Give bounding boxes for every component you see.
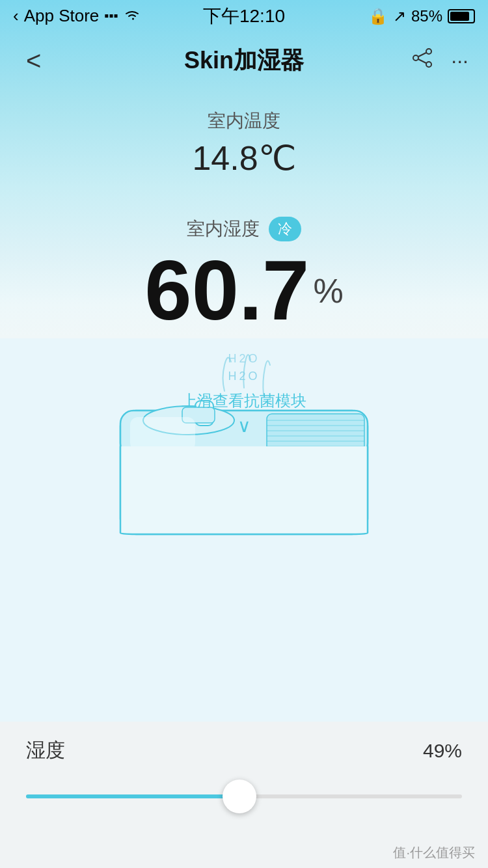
cold-badge: 冷 [269, 217, 301, 241]
battery-icon [448, 9, 475, 23]
nav-bar: < Skin加湿器 ··· [0, 32, 488, 89]
lock-icon: 🔒 [368, 7, 388, 25]
main-content: 室内温度 14.8℃ 室内湿度 冷 60.7 % H2O H2O [0, 89, 488, 573]
slider-fill [26, 794, 239, 798]
svg-point-0 [426, 49, 431, 54]
svg-rect-20 [120, 524, 368, 534]
temperature-section: 室内温度 14.8℃ [0, 96, 488, 184]
location-icon: ↗ [393, 7, 406, 25]
slider-label-row: 湿度 49% [26, 737, 462, 764]
watermark: 值·什么值得买 [393, 844, 475, 861]
swipe-hint: 上滑查看抗菌模块 ∨ [182, 390, 306, 437]
signal-icon: ▪▪▪ [104, 8, 118, 23]
swipe-hint-arrow: ∨ [182, 415, 306, 437]
slider-value: 49% [423, 740, 462, 762]
status-bar: ‹ App Store ▪▪▪ 下午12:10 🔒 ↗ 85% [0, 0, 488, 32]
temperature-value: 14.8℃ [0, 139, 488, 178]
battery-percent: 85% [411, 7, 442, 25]
slider-label: 湿度 [26, 737, 65, 764]
carrier-label: App Store [24, 6, 100, 26]
temperature-label: 室内温度 [0, 109, 488, 133]
svg-point-2 [426, 62, 431, 67]
svg-rect-19 [120, 446, 368, 534]
slider-thumb[interactable] [223, 780, 256, 813]
back-button[interactable]: < [20, 40, 47, 82]
share-icon[interactable] [412, 47, 433, 74]
humidity-unit: % [313, 274, 343, 308]
humidifier-svg: Skin [81, 352, 407, 573]
steam-text-1: H2O [228, 352, 260, 366]
swipe-hint-text: 上滑查看抗菌模块 [182, 390, 306, 411]
status-time: 下午12:10 [203, 4, 285, 29]
svg-line-4 [418, 59, 426, 63]
humidity-label: 室内湿度 [187, 217, 260, 241]
humidifier-illustration: H2O H2O [0, 352, 488, 573]
humidity-slider-container[interactable] [26, 777, 462, 816]
back-chevron-icon: ‹ [13, 6, 19, 26]
humidity-label-row: 室内湿度 冷 [0, 217, 488, 241]
steam-text-2: H2O [228, 370, 260, 383]
humidity-value-display: 60.7 % [0, 248, 488, 332]
wifi-icon [124, 6, 141, 26]
page-title: Skin加湿器 [184, 45, 304, 77]
more-icon[interactable]: ··· [451, 49, 468, 73]
svg-point-1 [413, 55, 418, 61]
humidity-section: 室内湿度 冷 60.7 % [0, 184, 488, 346]
steam-area: H2O H2O [228, 352, 260, 383]
status-right: 🔒 ↗ 85% [368, 7, 475, 25]
status-left: ‹ App Store ▪▪▪ [13, 6, 141, 26]
humidity-number: 60.7 [144, 248, 309, 332]
svg-line-3 [418, 53, 426, 57]
nav-actions: ··· [412, 47, 468, 74]
